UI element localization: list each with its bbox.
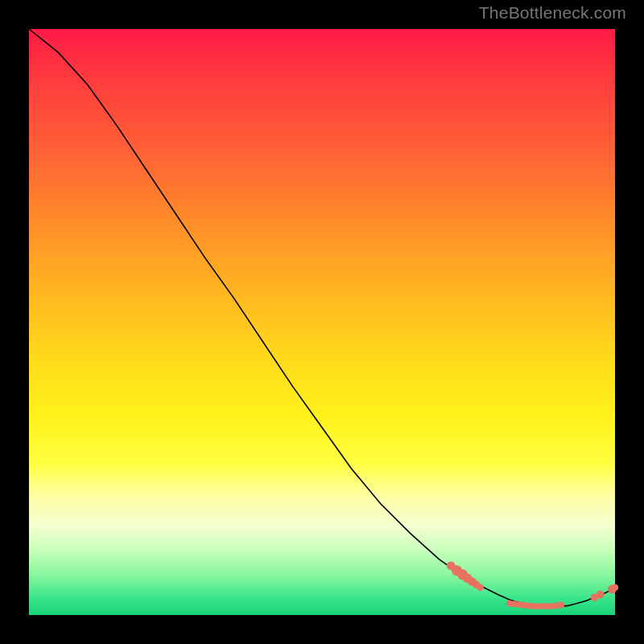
data-marker (597, 591, 605, 599)
attribution-text: TheBottleneck.com (479, 3, 626, 23)
data-marker (612, 584, 619, 592)
markers-group (447, 561, 619, 609)
chart-svg (29, 29, 615, 615)
data-marker (558, 602, 564, 609)
bottleneck-curve (29, 29, 615, 607)
data-marker (477, 584, 484, 592)
